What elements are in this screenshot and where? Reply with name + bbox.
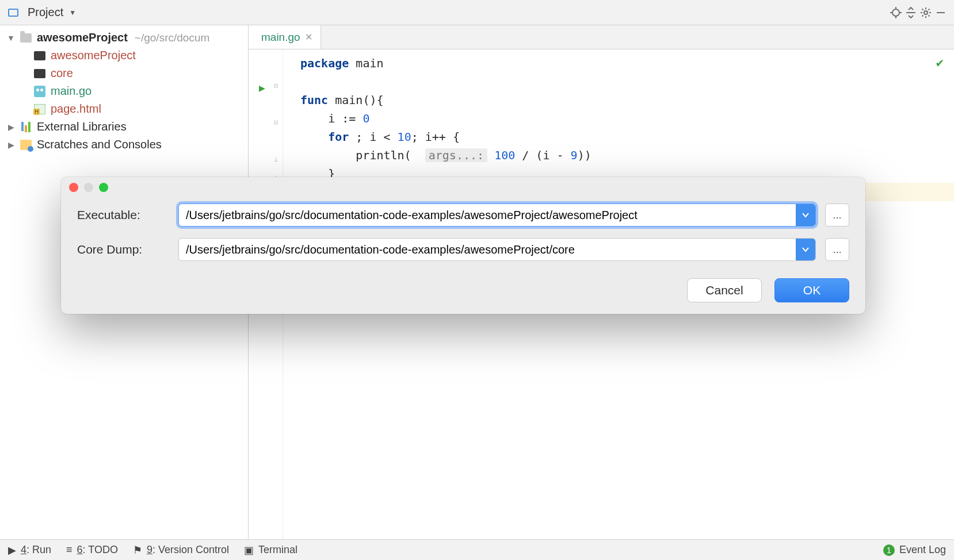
core-dump-browse-button[interactable]: ... xyxy=(825,238,849,261)
window-close-icon[interactable] xyxy=(69,183,78,192)
executable-input[interactable] xyxy=(179,204,796,226)
window-zoom-icon[interactable] xyxy=(99,183,108,192)
core-dump-label: Core Dump: xyxy=(77,243,169,256)
executable-browse-button[interactable]: ... xyxy=(825,204,849,227)
chevron-down-icon[interactable] xyxy=(796,239,815,260)
cancel-button[interactable]: Cancel xyxy=(687,278,762,302)
core-dump-dialog: Executable: ... Core Dump: ... xyxy=(61,177,865,314)
core-dump-combo[interactable] xyxy=(178,238,816,261)
ok-button[interactable]: OK xyxy=(774,278,849,302)
core-dump-input[interactable] xyxy=(179,239,796,260)
window-minimize-icon[interactable] xyxy=(84,183,93,192)
dialog-titlebar[interactable] xyxy=(61,177,865,198)
dialog-backdrop: Executable: ... Core Dump: ... xyxy=(0,0,954,560)
chevron-down-icon[interactable] xyxy=(796,204,815,226)
executable-combo[interactable] xyxy=(178,204,816,227)
executable-label: Executable: xyxy=(77,208,169,222)
